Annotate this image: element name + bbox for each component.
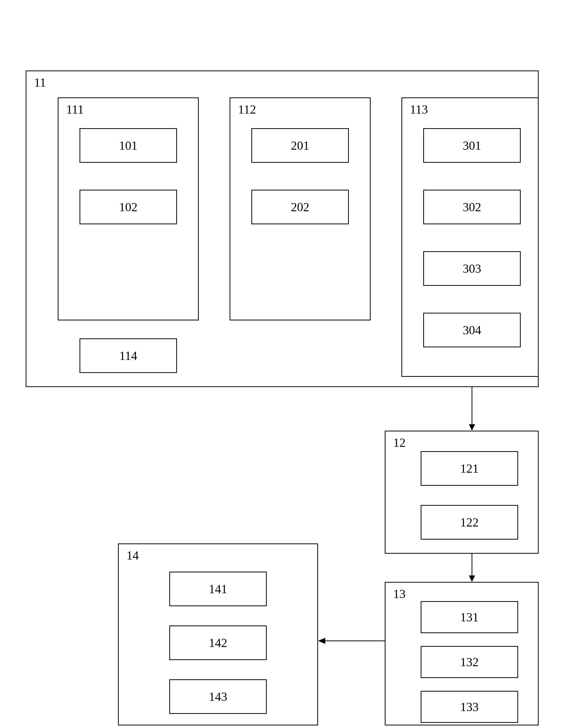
box-122: 122 xyxy=(421,505,518,540)
label-142: 142 xyxy=(170,626,266,659)
label-302: 302 xyxy=(424,190,520,224)
box-141: 141 xyxy=(169,572,267,606)
box-102: 102 xyxy=(79,190,177,224)
label-303: 303 xyxy=(424,252,520,285)
label-101: 101 xyxy=(80,129,176,162)
label-141: 141 xyxy=(170,572,266,605)
label-14: 14 xyxy=(126,549,139,562)
box-142: 142 xyxy=(169,625,267,660)
label-201: 201 xyxy=(252,129,348,162)
label-12: 12 xyxy=(393,437,406,449)
box-133: 133 xyxy=(421,691,518,723)
label-13: 13 xyxy=(393,588,406,600)
label-131: 131 xyxy=(422,602,517,632)
label-132: 132 xyxy=(422,647,517,677)
box-301: 301 xyxy=(423,128,521,163)
box-304: 304 xyxy=(423,313,521,347)
box-302: 302 xyxy=(423,190,521,224)
label-143: 143 xyxy=(170,680,266,713)
arrow-13-to-14 xyxy=(318,636,385,646)
box-114: 114 xyxy=(79,338,177,373)
label-301: 301 xyxy=(424,129,520,162)
svg-marker-3 xyxy=(469,575,475,582)
box-143: 143 xyxy=(169,679,267,714)
box-132: 132 xyxy=(421,646,518,678)
arrow-12-to-13 xyxy=(467,554,477,582)
label-122: 122 xyxy=(422,506,517,539)
label-304: 304 xyxy=(424,313,520,346)
label-121: 121 xyxy=(422,452,517,485)
label-113: 113 xyxy=(410,103,428,115)
box-101: 101 xyxy=(79,128,177,163)
label-114: 114 xyxy=(80,339,176,372)
svg-marker-5 xyxy=(318,638,325,644)
arrow-11-to-12 xyxy=(467,387,477,431)
box-202: 202 xyxy=(251,190,349,224)
label-133: 133 xyxy=(422,692,517,722)
diagram-stage: 11 111 101 102 114 112 201 202 113 301 3… xyxy=(0,0,582,728)
label-102: 102 xyxy=(80,190,176,224)
box-201: 201 xyxy=(251,128,349,163)
label-112: 112 xyxy=(238,103,256,115)
label-11: 11 xyxy=(34,76,46,89)
label-111: 111 xyxy=(66,103,84,115)
label-202: 202 xyxy=(252,190,348,224)
box-131: 131 xyxy=(421,601,518,633)
box-121: 121 xyxy=(421,451,518,486)
box-303: 303 xyxy=(423,251,521,286)
svg-marker-1 xyxy=(469,424,475,431)
